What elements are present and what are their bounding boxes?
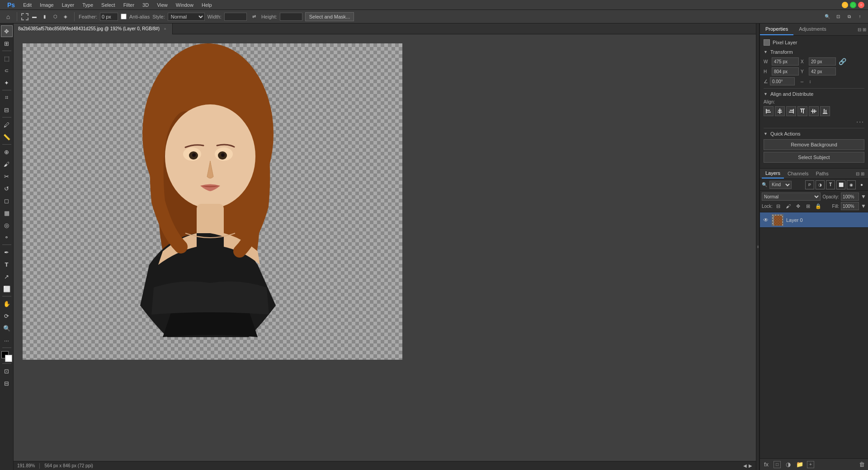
pen-tool[interactable]: ✒: [1, 246, 13, 258]
share-icon[interactable]: ↑: [855, 12, 864, 21]
path-select-tool[interactable]: ↗: [1, 271, 13, 282]
fill-input[interactable]: [841, 202, 859, 210]
width-input[interactable]: [224, 13, 247, 21]
align-collapse-arrow[interactable]: ▼: [764, 92, 768, 96]
foreground-color[interactable]: [1, 351, 12, 362]
menu-3d[interactable]: 3D: [139, 1, 152, 9]
menu-help[interactable]: Help: [198, 1, 216, 9]
add-adjustment-btn[interactable]: ◑: [783, 460, 793, 469]
menu-select[interactable]: Select: [98, 1, 119, 9]
brush-tool[interactable]: 🖌: [1, 158, 13, 170]
blend-mode-select[interactable]: Normal Multiply Screen Overlay Soft Ligh…: [762, 193, 821, 201]
align-center-h-btn[interactable]: [775, 106, 785, 116]
fill-arrow[interactable]: ▼: [861, 203, 866, 209]
flip-h-icon[interactable]: ↔: [798, 78, 806, 85]
properties-collapse-icon[interactable]: ⊟: [858, 27, 861, 32]
qa-collapse-arrow[interactable]: ▼: [764, 132, 768, 136]
delete-layer-btn[interactable]: 🗑: [857, 460, 866, 469]
home-icon[interactable]: ⌂: [4, 12, 13, 21]
anti-alias-checkbox[interactable]: [121, 14, 127, 19]
align-top-btn[interactable]: [797, 106, 807, 116]
tab-paths[interactable]: Paths: [812, 169, 832, 178]
add-style-btn[interactable]: fx: [762, 460, 771, 469]
opacity-input[interactable]: [841, 193, 859, 201]
rectangular-marquee-tool[interactable]: ⬚: [1, 52, 13, 64]
lasso-icon[interactable]: ⬡: [51, 12, 60, 21]
flip-v-icon[interactable]: ↕: [807, 78, 814, 85]
screen-mode-icon[interactable]: ⊡: [834, 12, 843, 21]
type-tool[interactable]: T: [1, 258, 13, 270]
x-prop-input[interactable]: [809, 57, 836, 66]
option-icon[interactable]: ◈: [61, 12, 70, 21]
more-tools[interactable]: ···: [1, 334, 13, 346]
tab-layers[interactable]: Layers: [762, 169, 784, 179]
align-right-btn[interactable]: [786, 106, 796, 116]
properties-expand-icon[interactable]: ⊞: [863, 27, 866, 32]
add-mask-btn[interactable]: □: [774, 461, 781, 468]
link-wh-icon[interactable]: 🔗: [839, 58, 846, 65]
height-prop-input[interactable]: [772, 67, 799, 75]
tab-adjustments[interactable]: Adjustments: [793, 24, 832, 35]
remove-background-button[interactable]: Remove Background: [764, 139, 864, 150]
tab-channels[interactable]: Channels: [784, 169, 812, 178]
layer-visibility-icon[interactable]: 👁: [763, 217, 769, 223]
history-brush-tool[interactable]: ↺: [1, 183, 13, 194]
menu-view[interactable]: View: [153, 1, 171, 9]
filter-shape-icon[interactable]: ⬜: [836, 180, 845, 189]
document-tab[interactable]: 8a2b6385af57bbc85690fed48431d255.jpg @ 1…: [14, 24, 173, 34]
frame-tool[interactable]: ⊟: [1, 104, 13, 116]
layers-expand-icon[interactable]: ⊞: [861, 171, 864, 176]
lock-image-btn[interactable]: 🖌: [784, 202, 793, 210]
rectangular-marquee-icon[interactable]: [21, 13, 28, 20]
height-input[interactable]: [280, 13, 302, 21]
screen-mode-tool[interactable]: ⊟: [1, 377, 13, 389]
select-subject-button[interactable]: Select Subject: [764, 152, 864, 163]
maximize-button[interactable]: □: [850, 2, 856, 8]
layers-collapse-icon[interactable]: ⊟: [856, 171, 859, 176]
lock-all-btn[interactable]: 🔒: [814, 202, 822, 210]
quick-mask-tool[interactable]: ⊡: [1, 365, 13, 377]
lasso-tool[interactable]: ⊂: [1, 65, 13, 76]
search-icon[interactable]: 🔍: [823, 12, 832, 21]
menu-filter[interactable]: Filter: [120, 1, 138, 9]
shape-tool[interactable]: ⬜: [1, 283, 13, 295]
tab-properties[interactable]: Properties: [760, 24, 793, 35]
minimize-button[interactable]: −: [842, 2, 848, 8]
menu-window[interactable]: Window: [172, 1, 197, 9]
eraser-tool[interactable]: ◻: [1, 195, 13, 207]
hand-tool[interactable]: ✋: [1, 298, 13, 310]
gradient-tool[interactable]: ▦: [1, 207, 13, 219]
col-marquee-icon[interactable]: ▮: [40, 12, 49, 21]
style-select[interactable]: Normal Fixed Ratio Fixed Size: [168, 13, 205, 21]
angle-input[interactable]: [770, 77, 795, 85]
layer-item-0[interactable]: 👁 Layer 0: [760, 212, 868, 228]
menu-type[interactable]: Type: [79, 1, 97, 9]
spot-heal-tool[interactable]: ⊕: [1, 146, 13, 158]
artboard-tool[interactable]: ⊞: [1, 38, 13, 49]
y-prop-input[interactable]: [809, 67, 836, 75]
app-icon[interactable]: Ps: [4, 0, 19, 9]
align-center-v-btn[interactable]: [809, 106, 819, 116]
row-marquee-icon[interactable]: ▬: [30, 12, 39, 21]
panel-collapse-handle[interactable]: ⏸: [756, 24, 760, 470]
canvas-container[interactable]: [14, 34, 756, 461]
menu-image[interactable]: Image: [36, 1, 57, 9]
opacity-arrow[interactable]: ▼: [861, 193, 866, 200]
crop-tool[interactable]: ⌗: [1, 92, 13, 103]
dodge-tool[interactable]: ⚬: [1, 231, 13, 243]
ruler-tool[interactable]: 📏: [1, 131, 13, 143]
quick-select-tool[interactable]: ✦: [1, 77, 13, 89]
filter-type-icon[interactable]: T: [826, 180, 835, 189]
clone-stamp-tool[interactable]: ✂: [1, 170, 13, 182]
rotate-view-tool[interactable]: ⟳: [1, 310, 13, 322]
lock-transparent-btn[interactable]: ⊟: [774, 202, 783, 210]
feather-input[interactable]: [100, 13, 118, 21]
filter-adjust-icon[interactable]: ◑: [816, 180, 825, 189]
tab-close-button[interactable]: ×: [162, 26, 168, 32]
next-btn[interactable]: ▶: [749, 463, 752, 468]
move-tool[interactable]: ✥: [1, 25, 13, 37]
eyedropper-tool[interactable]: 🖊: [1, 119, 13, 131]
add-group-btn[interactable]: 📁: [795, 460, 804, 469]
align-left-btn[interactable]: [764, 106, 774, 116]
more-options-btn[interactable]: ···: [856, 118, 864, 125]
